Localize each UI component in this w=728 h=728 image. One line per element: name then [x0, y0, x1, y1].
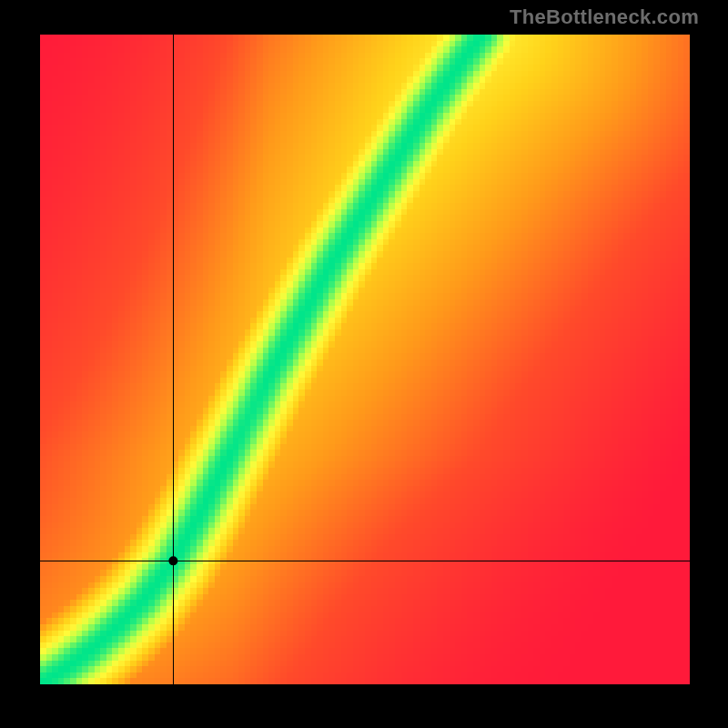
heatmap-plot: [40, 35, 690, 684]
heatmap-canvas: [40, 35, 690, 684]
watermark-text: TheBottleneck.com: [510, 5, 699, 29]
chart-frame: TheBottleneck.com: [0, 0, 728, 728]
